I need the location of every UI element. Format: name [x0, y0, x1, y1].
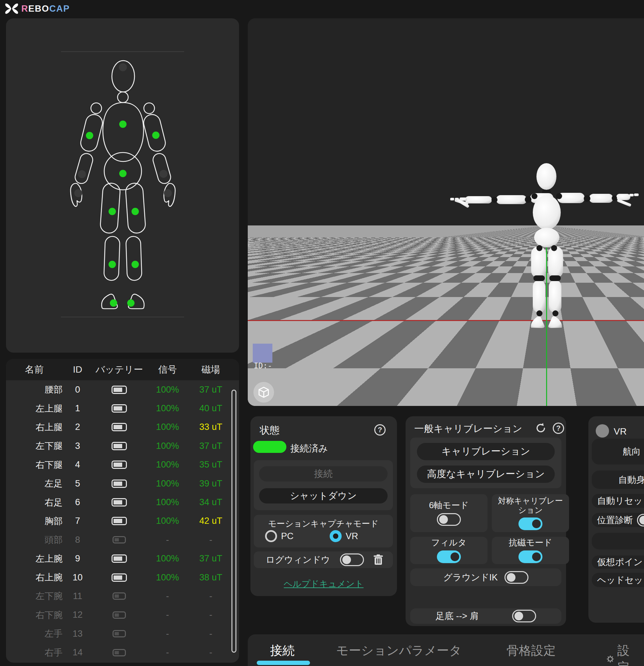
pc-radio-label: PC [281, 531, 294, 541]
battery-cell [92, 555, 146, 563]
tracker-color-swatch [253, 344, 273, 363]
right-forearm-sensor-dot [159, 170, 168, 178]
vr-button-自動身[interactable]: 自動身 [592, 471, 644, 489]
left-thigh-sensor-dot [108, 208, 116, 215]
table-row[interactable]: 左上腿1100%40 uT [6, 399, 239, 418]
head-sensor-dot [119, 63, 127, 71]
table-row[interactable]: 胸部7100%42 uT [6, 512, 239, 530]
tab-接続[interactable]: 接続 [270, 642, 295, 659]
table-row[interactable]: 右下腕12-- [6, 606, 239, 625]
advanced-calibrate-button[interactable]: 高度なキャリブレーション [417, 466, 555, 483]
field-cell: - [189, 647, 232, 658]
sole-shoulder-toggle[interactable] [512, 610, 536, 623]
status-help-icon[interactable]: ? [374, 424, 386, 436]
field-cell: 42 uT [189, 516, 232, 526]
table-scrollbar[interactable] [231, 390, 237, 653]
right-foot-sensor-dot [127, 299, 135, 307]
help-document-link[interactable]: ヘルプドキュメント [250, 578, 397, 590]
sensor-name-cell: 右下腿 [6, 459, 63, 471]
battery-icon [112, 536, 126, 543]
vr-panel-label: VR [614, 426, 627, 437]
pc-radio-icon[interactable] [265, 530, 277, 542]
vr-button-ヘッドセット[interactable]: ヘッドセット [592, 573, 644, 587]
refresh-icon[interactable] [535, 422, 547, 434]
left-hand-sensor-dot [74, 189, 82, 197]
signal-cell: 100% [146, 459, 189, 470]
right-upper-arm-sensor-dot [152, 132, 159, 139]
battery-cell [92, 404, 146, 413]
position-diagnosis-toggle[interactable] [637, 514, 644, 526]
toggle-on[interactable] [519, 518, 542, 530]
tab-モーションパラメータ[interactable]: モーションパラメータ [336, 642, 462, 659]
vr-button-blank[interactable] [592, 533, 644, 549]
table-row[interactable]: 左手13-- [6, 625, 239, 643]
shutdown-button[interactable]: シャットダウン [259, 488, 388, 504]
vr-radio-icon[interactable] [330, 530, 342, 542]
table-row[interactable]: 腰部0100%37 uT [6, 380, 239, 399]
sensor-table-body: 腰部0100%37 uT左上腿1100%40 uT右上腿2100%33 uT左下… [6, 380, 239, 662]
tracker-id-label: ID:- [254, 361, 272, 370]
table-row[interactable]: 頭部8-- [6, 530, 239, 549]
battery-cell [92, 536, 146, 543]
table-row[interactable]: 右上腕10100%38 uT [6, 568, 239, 587]
calibration-cell: 6軸モード [410, 494, 487, 532]
toggle-on[interactable] [437, 550, 461, 563]
connection-status-label: 接続済み [290, 442, 328, 455]
signal-cell: - [146, 629, 189, 639]
battery-cell [92, 649, 146, 656]
field-cell: 37 uT [189, 554, 232, 564]
battery-icon [111, 404, 127, 413]
sensor-id-cell: 6 [63, 497, 92, 508]
body-figure-diagram[interactable] [6, 18, 239, 353]
sensor-id-cell: 1 [63, 403, 92, 414]
table-row[interactable]: 左足5100%39 uT [6, 474, 239, 493]
toggle-on[interactable] [519, 550, 542, 563]
sensor-name-cell: 左手 [6, 628, 63, 640]
sensor-dots [74, 63, 172, 307]
sensor-name-cell: 右下腕 [6, 609, 63, 621]
3d-viewport[interactable]: ID:- [248, 18, 644, 406]
body-outline [71, 60, 175, 309]
table-row[interactable]: 右手14-- [6, 643, 239, 662]
sensor-name-cell: 左上腕 [6, 553, 63, 565]
sensor-id-cell: 0 [63, 385, 92, 395]
connect-button[interactable]: 接続 [259, 466, 388, 481]
vr-button-位置診断[interactable]: 位置診断 [592, 513, 644, 527]
table-row[interactable]: 右上腿2100%33 uT [6, 418, 239, 437]
connection-buttons-group: 接続 シャットダウン [254, 460, 393, 510]
signal-cell: 100% [146, 403, 189, 414]
mode-vr-option[interactable]: VR [330, 530, 358, 542]
log-window-toggle[interactable] [340, 554, 364, 566]
battery-cell [92, 574, 146, 582]
tab-骨格設定[interactable]: 骨格設定 [506, 642, 556, 659]
trash-icon[interactable] [373, 554, 383, 565]
vr-button-自動リセット[interactable]: 自動リセット [592, 494, 644, 508]
signal-cell: 100% [146, 554, 189, 564]
table-row[interactable]: 右足6100%34 uT [6, 493, 239, 511]
ground-ik-toggle[interactable] [504, 571, 528, 584]
vr-status-dot [596, 424, 609, 438]
right-shin-sensor-dot [132, 261, 139, 268]
signal-cell: - [146, 610, 189, 620]
calibration-help-icon[interactable]: ? [553, 423, 564, 434]
calibrate-button[interactable]: キャリブレーション [417, 443, 555, 460]
title-bar: REBOCAP [0, 0, 644, 18]
vr-button-仮想ポイント[interactable]: 仮想ポイント [592, 556, 644, 569]
table-row[interactable]: 左上腕9100%37 uT [6, 549, 239, 568]
vr-button-航向[interactable]: 航向 [592, 439, 644, 465]
col-field: 磁場 [189, 363, 232, 376]
toggle-label: 対称キャリブレーション [497, 496, 564, 514]
field-cell: 34 uT [189, 497, 232, 508]
table-row[interactable]: 左下腕11-- [6, 587, 239, 606]
signal-cell: - [146, 591, 189, 601]
toggle-off[interactable] [437, 513, 461, 526]
table-row[interactable]: 右下腿4100%35 uT [6, 456, 239, 474]
tab-label: 骨格設定 [506, 642, 556, 659]
tab-設定[interactable]: 設定 [607, 642, 634, 666]
mode-pc-option[interactable]: PC [265, 530, 294, 542]
view-cube-button[interactable] [254, 382, 274, 403]
field-cell: - [189, 591, 232, 601]
sensor-id-cell: 13 [63, 629, 92, 639]
table-row[interactable]: 左下腿3100%37 uT [6, 437, 239, 455]
battery-icon [111, 498, 127, 507]
